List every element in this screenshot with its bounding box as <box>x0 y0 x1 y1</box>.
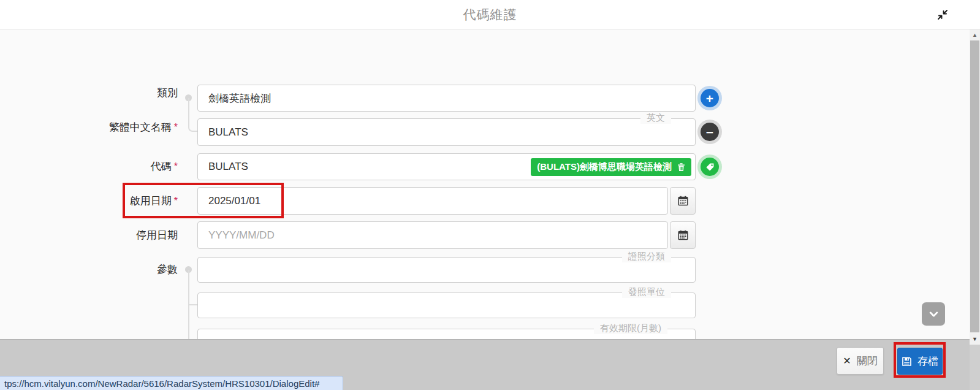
param-legend-3: 有效期限(月數) <box>594 323 667 334</box>
save-button-label: 存檔 <box>917 354 938 369</box>
english-name-field-wrap: 英文 <box>197 118 696 146</box>
scrollbar-footer-track <box>970 345 980 390</box>
param-legend-1: 證照分類 <box>622 251 671 262</box>
end-date-calendar-button[interactable] <box>670 221 696 249</box>
form-area: 類別 證照代碼 繁體中文名稱* + 英文 − 代碼* (BULATS)劍橋博思職… <box>0 29 970 339</box>
close-button[interactable]: ✕ 關閉 <box>837 347 884 375</box>
code-tag: (BULATS)劍橋博思職場英語檢測 <box>531 158 691 176</box>
close-button-label: 關閉 <box>857 354 878 368</box>
end-date-label: 停用日期 <box>31 221 178 249</box>
calendar-icon <box>678 196 688 206</box>
param-field-wrap-2: 發照單位 <box>197 292 696 318</box>
start-date-label: 啟用日期* <box>31 187 178 215</box>
required-asterisk: * <box>174 196 178 206</box>
english-legend: 英文 <box>640 112 671 124</box>
scroll-down-button[interactable] <box>922 302 945 326</box>
vertical-scrollbar[interactable]: ▲ ▼ <box>970 29 980 390</box>
chevron-down-icon <box>929 309 939 319</box>
remove-name-button[interactable]: − <box>701 123 719 141</box>
minus-icon: − <box>706 126 713 139</box>
dialog-titlebar: 代碼維護 <box>0 0 980 29</box>
tag-button[interactable] <box>701 158 719 176</box>
close-icon: ✕ <box>843 355 851 367</box>
required-asterisk: * <box>174 122 178 132</box>
issuing-unit-input[interactable] <box>197 292 696 318</box>
chinese-name-input[interactable] <box>197 85 696 112</box>
category-label: 類別 <box>31 85 178 102</box>
start-date-field-wrap <box>197 187 668 215</box>
param-field-wrap-3: 有效期限(月數) <box>197 329 696 339</box>
scrollbar-down-icon[interactable]: ▼ <box>970 335 980 343</box>
code-field-wrap: (BULATS)劍橋博思職場英語檢測 <box>197 153 696 180</box>
required-asterisk: * <box>174 161 178 172</box>
dialog-title: 代碼維護 <box>0 0 980 29</box>
license-class-input[interactable] <box>197 257 696 283</box>
chinese-name-label: 繁體中文名稱* <box>31 114 178 141</box>
english-name-input[interactable] <box>197 118 696 146</box>
status-url: tps://hcm.vitalyun.com/NewRadar/5616/Rad… <box>0 376 343 390</box>
delete-tag-icon[interactable] <box>677 162 685 172</box>
save-icon <box>902 356 912 367</box>
param-legend-2: 發照單位 <box>622 286 671 298</box>
compress-icon[interactable] <box>935 7 951 23</box>
save-button[interactable]: 存檔 <box>897 348 943 375</box>
connector-line <box>188 98 197 132</box>
start-date-calendar-button[interactable] <box>670 187 696 215</box>
scrollbar-up-icon[interactable]: ▲ <box>970 31 980 39</box>
end-date-input[interactable] <box>197 221 668 249</box>
chinese-name-field-wrap <box>197 85 696 112</box>
code-tag-text: (BULATS)劍橋博思職場英語檢測 <box>537 161 672 173</box>
param-field-wrap-1: 證照分類 <box>197 257 696 283</box>
start-date-input[interactable] <box>197 187 668 215</box>
end-date-field-wrap <box>197 221 668 249</box>
tag-icon <box>705 162 715 172</box>
params-label: 參數 <box>31 257 178 283</box>
connector-line <box>188 304 197 305</box>
code-label: 代碼* <box>31 153 178 180</box>
calendar-icon <box>678 230 688 240</box>
code-maintenance-dialog: 代碼維護 類別 證照代碼 繁體中文名稱* + 英文 − 代碼* <box>0 0 980 390</box>
scrollbar-thumb[interactable] <box>970 40 979 332</box>
add-name-button[interactable]: + <box>701 89 719 107</box>
plus-icon: + <box>706 92 713 105</box>
